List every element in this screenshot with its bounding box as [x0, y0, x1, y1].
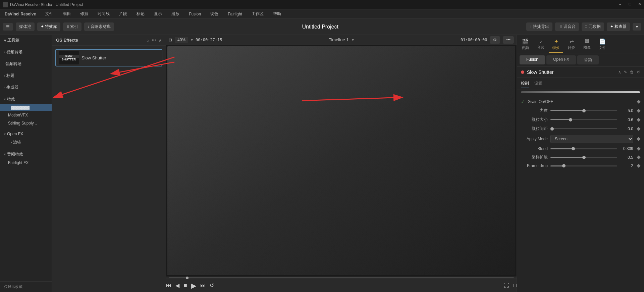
fx-item-motionvfx[interactable]: MotionVFX: [0, 111, 52, 119]
apply-mode-keyframe[interactable]: [637, 137, 640, 141]
play-button[interactable]: ▶: [191, 282, 196, 290]
menu-trim[interactable]: 修剪: [78, 10, 90, 17]
slow-shutter-card[interactable]: SLOW SHUTTER Slow Shutter: [55, 49, 162, 66]
intensity-thumb[interactable]: [582, 109, 586, 112]
more-options-icon[interactable]: •••: [152, 38, 156, 43]
grain-size-thumb[interactable]: [569, 118, 572, 121]
sample-spread-slider[interactable]: [550, 157, 617, 158]
openfx-header[interactable]: ▾ Open FX: [0, 130, 52, 138]
effect-reset-icon[interactable]: ↺: [637, 70, 640, 75]
sample-spread-thumb[interactable]: [582, 156, 586, 159]
menu-fusion[interactable]: Fusion: [187, 11, 203, 17]
panel-collapse-icon[interactable]: ⊟: [169, 38, 172, 42]
grain-spacing-slider[interactable]: [550, 128, 617, 129]
fullscreen-button[interactable]: ⛶: [504, 283, 509, 289]
prev-frame-button[interactable]: ◀: [175, 282, 179, 289]
frame-drop-keyframe[interactable]: [637, 164, 640, 167]
quick-export-button[interactable]: ↑ 快捷导出: [526, 22, 552, 31]
maximize-button[interactable]: □: [629, 2, 631, 7]
menu-timeline[interactable]: 时间线: [96, 10, 112, 17]
zoom-display[interactable]: 40%: [175, 37, 188, 43]
ofx-item-filter[interactable]: › 滤镜: [0, 138, 52, 147]
menu-play[interactable]: 播放: [169, 10, 181, 17]
grain-size-slider[interactable]: [550, 119, 617, 120]
blend-slider[interactable]: [550, 148, 617, 149]
settings-subtab[interactable]: 设置: [534, 79, 542, 88]
grain-spacing-keyframe[interactable]: [637, 127, 640, 131]
open-fx-tab[interactable]: Open FX: [546, 55, 576, 64]
show-favorites-footer[interactable]: 仅显示收藏: [0, 281, 52, 292]
audio-transition-header[interactable]: 音频转场: [0, 59, 52, 68]
sample-spread-keyframe[interactable]: [637, 155, 640, 159]
fx-item-stirling[interactable]: Stirling Supply...: [0, 119, 52, 127]
stop-button[interactable]: ■: [183, 282, 187, 289]
video-transition-header[interactable]: › 视频转场: [0, 48, 52, 57]
tab-transition[interactable]: ⇌ 转换: [565, 36, 579, 53]
menu-workspace[interactable]: 工作区: [250, 10, 266, 17]
inspector-button[interactable]: ✦ 检查器: [607, 22, 630, 31]
grain-spacing-thumb[interactable]: [550, 127, 554, 131]
timeline-dropdown-icon[interactable]: ▾: [352, 38, 354, 42]
effect-edit-icon[interactable]: ✎: [624, 70, 627, 75]
effects-library-button[interactable]: ✦ 特效库: [37, 22, 60, 31]
menu-edit[interactable]: 编辑: [61, 10, 73, 17]
menu-clip[interactable]: 片段: [117, 10, 129, 17]
fast-prev-button[interactable]: ⏮: [166, 283, 171, 289]
playback-controls: ⏮ ◀ ■ ▶ ⏭ ↺ ⛶ □: [166, 279, 517, 292]
blend-thumb[interactable]: [572, 147, 575, 150]
generator-header[interactable]: › 生成器: [0, 83, 52, 92]
title-header[interactable]: › 标题: [0, 71, 52, 80]
close-button[interactable]: ✕: [638, 2, 641, 7]
intensity-keyframe[interactable]: [637, 109, 640, 112]
menu-view[interactable]: 显示: [152, 10, 164, 17]
fast-next-button[interactable]: ⏭: [200, 283, 206, 289]
menu-file[interactable]: 文件: [43, 10, 55, 17]
media-pool-button[interactable]: 媒体池: [16, 22, 35, 31]
intensity-slider[interactable]: [550, 110, 617, 111]
grain-size-keyframe[interactable]: [637, 118, 640, 121]
menu-color[interactable]: 调色: [208, 10, 220, 17]
menu-mark[interactable]: 标记: [135, 10, 147, 17]
mixer-button[interactable]: ⏸ 调音台: [555, 22, 579, 31]
menu-davinci[interactable]: DaVinci Resolve: [3, 11, 38, 17]
tab-effects[interactable]: ✦ 特效: [549, 36, 563, 53]
fusion-tab[interactable]: Fusion: [520, 55, 545, 64]
collapse-panel-button[interactable]: ☰: [3, 23, 13, 31]
grain-keyframe-diamond[interactable]: [637, 100, 640, 103]
scrubber-handle[interactable]: [186, 277, 189, 279]
frame-drop-slider[interactable]: [550, 165, 617, 166]
effect-up-icon[interactable]: ∧: [618, 70, 621, 75]
pip-button[interactable]: □: [513, 283, 517, 289]
index-button[interactable]: ≡ 索引: [63, 22, 81, 31]
search-icon[interactable]: ⌕: [147, 38, 149, 43]
effects-header[interactable]: ▾ 特效: [0, 95, 52, 104]
zoom-dropdown-icon[interactable]: ▾: [191, 38, 193, 42]
frame-drop-thumb[interactable]: [562, 164, 566, 167]
effects-header-actions[interactable]: ⌕ ••• ∧: [147, 38, 162, 43]
fx-item-blurred[interactable]: ▓▓▓▓▓▓▓: [0, 104, 52, 111]
controls-subtab[interactable]: 控制: [521, 79, 529, 88]
tab-file[interactable]: 📄 文件: [595, 36, 609, 53]
menu-help[interactable]: 帮助: [271, 10, 283, 17]
audio-effects-header[interactable]: ▾ 音频特效: [0, 150, 52, 159]
blend-keyframe[interactable]: [637, 147, 640, 150]
apply-mode-dropdown[interactable]: Screen Normal Add: [550, 135, 633, 143]
close-panel-icon[interactable]: ∧: [159, 38, 162, 43]
tab-audio[interactable]: ♪ 音频: [534, 36, 548, 53]
minimize-button[interactable]: －: [618, 2, 622, 7]
fairlight-fx-item[interactable]: Fairlight FX: [0, 159, 52, 167]
grain-checkbox-check[interactable]: ✓: [521, 99, 525, 104]
settings-btn[interactable]: ⚙: [490, 36, 500, 44]
menu-fairlight[interactable]: Fairlight: [226, 11, 244, 17]
scrubber-bar[interactable]: [169, 277, 514, 278]
audio-fx-tab[interactable]: 音频: [577, 55, 599, 64]
effect-delete-icon[interactable]: 🗑: [630, 70, 634, 75]
more-btn[interactable]: •••: [503, 36, 514, 44]
audio-library-button[interactable]: ♪ 音响素材库: [84, 22, 114, 31]
tab-image[interactable]: 🖼 图像: [580, 36, 594, 53]
tab-video[interactable]: 🎬 视频: [518, 36, 532, 53]
extra-button[interactable]: ▾: [633, 23, 641, 31]
metadata-button[interactable]: □ 元数据: [582, 22, 604, 31]
loop-button[interactable]: ↺: [210, 282, 214, 289]
window-controls[interactable]: － □ ✕: [618, 2, 641, 7]
